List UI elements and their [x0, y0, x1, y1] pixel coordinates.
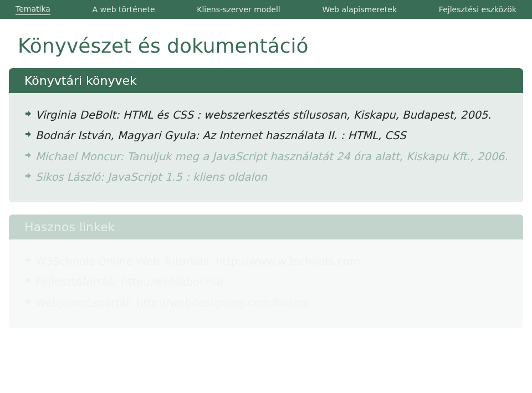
- bullet-icon: [25, 149, 35, 158]
- bullet-icon: [25, 170, 35, 178]
- link-entry: Fejlesztőforrás: http://weblabor.hu/: [35, 274, 510, 289]
- bullet-icon: [25, 254, 35, 263]
- block-links: Hasznos linkek W3Schools Online Web Tuto…: [9, 215, 523, 328]
- link-entry: Webjelenésportál: http://webdesigning.co…: [35, 295, 510, 310]
- bullet-icon: [25, 128, 35, 137]
- block-books-body: Virginia DeBolt: HTML és CSS : webszerke…: [9, 93, 523, 202]
- navbar: Tematika A web története Kliens-szerver …: [0, 0, 532, 19]
- page-title: Könyvészet és dokumentáció: [18, 34, 532, 57]
- book-entry: Michael Moncur: Tanuljuk meg a JavaScrip…: [35, 149, 510, 164]
- nav-web-tortenete[interactable]: A web története: [93, 5, 155, 14]
- bullet-icon: [25, 295, 35, 304]
- bullet-icon: [25, 108, 35, 116]
- nav-kliens-szerver[interactable]: Kliens-szerver modell: [197, 5, 280, 14]
- list-item: Sikos László: JavaScript 1.5 : kliens ol…: [25, 170, 510, 185]
- list-item: Michael Moncur: Tanuljuk meg a JavaScrip…: [25, 149, 510, 164]
- list-item: Fejlesztőforrás: http://weblabor.hu/: [25, 274, 510, 289]
- list-item: Webjelenésportál: http://webdesigning.co…: [25, 295, 510, 310]
- book-entry: Virginia DeBolt: HTML és CSS : webszerke…: [35, 108, 510, 123]
- title-area: Könyvészet és dokumentáció: [0, 19, 532, 63]
- nav-web-alapismeretek[interactable]: Web alapismeretek: [322, 5, 397, 14]
- book-entry: Bodnár István, Magyari Gyula: Az Interne…: [35, 128, 510, 143]
- list-item: W3Schools Online Web Tutorials: http://w…: [25, 254, 510, 269]
- block-books: Könyvtári könyvek Virginia DeBolt: HTML …: [9, 68, 523, 202]
- link-entry: W3Schools Online Web Tutorials: http://w…: [35, 254, 510, 269]
- nav-fejlesztesi-eszkozok[interactable]: Fejlesztési eszközök: [439, 5, 516, 14]
- block-books-header: Könyvtári könyvek: [9, 68, 523, 93]
- list-item: Bodnár István, Magyari Gyula: Az Interne…: [25, 128, 510, 143]
- bullet-icon: [25, 274, 35, 283]
- block-links-body: W3Schools Online Web Tutorials: http://w…: [9, 239, 523, 328]
- list-item: Virginia DeBolt: HTML és CSS : webszerke…: [25, 108, 510, 123]
- nav-tematika[interactable]: Tematika: [16, 4, 50, 15]
- book-entry: Sikos László: JavaScript 1.5 : kliens ol…: [35, 170, 510, 185]
- block-links-header: Hasznos linkek: [9, 215, 523, 239]
